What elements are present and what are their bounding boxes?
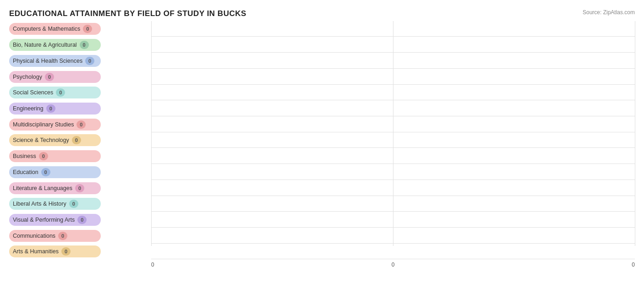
value-badge-4: 0 [56,88,65,97]
bar-row-6 [151,117,635,132]
label-text-10: Literature & Languages [13,185,72,191]
value-badge-5: 0 [46,104,55,113]
label-text-6: Multidisciplinary Studies [13,121,74,128]
bar-row-11 [151,196,635,212]
bar-row-12 [151,212,635,228]
label-row-11: Liberal Arts & History0 [9,196,151,212]
value-badge-14: 0 [61,247,71,256]
value-badge-12: 0 [77,216,87,224]
label-pill-0: Computers & Mathematics0 [9,23,101,35]
label-text-7: Science & Technology [13,137,69,143]
label-row-7: Science & Technology0 [9,132,151,148]
label-pill-7: Science & Technology0 [9,134,101,146]
label-pill-3: Psychology0 [9,71,101,83]
label-pill-9: Education0 [9,166,101,178]
label-pill-13: Communications0 [9,230,101,242]
label-row-12: Visual & Performing Arts0 [9,212,151,228]
label-text-1: Bio, Nature & Agricultural [13,42,77,48]
value-badge-8: 0 [39,152,48,160]
label-pill-8: Business0 [9,150,101,162]
label-text-14: Arts & Humanities [13,248,59,255]
label-pill-11: Liberal Arts & History0 [9,198,101,210]
label-pill-5: Engineering0 [9,103,101,115]
label-text-11: Liberal Arts & History [13,201,66,207]
value-badge-9: 0 [41,168,50,176]
x-label-mid: 0 [312,262,474,268]
bar-row-10 [151,180,635,196]
label-row-5: Engineering0 [9,101,151,116]
bar-row-1 [151,37,635,53]
x-axis: 0 0 0 [151,260,635,268]
label-text-8: Business [13,153,36,159]
label-text-0: Computers & Mathematics [13,26,80,32]
bar-row-3 [151,69,635,85]
label-text-12: Visual & Performing Arts [13,217,75,223]
label-row-8: Business0 [9,148,151,164]
bar-row-9 [151,164,635,180]
label-row-9: Education0 [9,164,151,180]
h-rule-14 [151,259,635,259]
value-badge-3: 0 [45,73,54,81]
label-text-4: Social Sciences [13,89,53,96]
bar-row-13 [151,228,635,244]
value-badge-10: 0 [75,184,84,192]
bar-row-7 [151,132,635,148]
bar-row-5 [151,101,635,116]
bar-row-4 [151,85,635,100]
label-pill-2: Physical & Health Sciences0 [9,55,101,67]
label-row-13: Communications0 [9,228,151,244]
y-axis: Computers & Mathematics0Bio, Nature & Ag… [9,21,151,260]
value-badge-6: 0 [76,120,86,129]
label-pill-12: Visual & Performing Arts0 [9,214,101,226]
value-badge-13: 0 [58,232,67,240]
label-row-2: Physical & Health Sciences0 [9,53,151,69]
label-text-5: Engineering [13,105,44,112]
label-pill-14: Arts & Humanities0 [9,245,101,257]
bar-row-0 [151,21,635,37]
label-text-9: Education [13,169,38,175]
source-label: Source: ZipAtlas.com [583,9,635,16]
value-badge-11: 0 [69,200,78,208]
label-pill-6: Multidisciplinary Studies0 [9,119,101,131]
label-text-13: Communications [13,233,55,239]
bar-row-2 [151,53,635,69]
label-row-14: Arts & Humanities0 [9,244,151,259]
label-row-10: Literature & Languages0 [9,180,151,196]
bar-row-8 [151,148,635,164]
label-text-3: Psychology [13,74,42,80]
label-row-4: Social Sciences0 [9,85,151,100]
label-text-2: Physical & Health Sciences [13,58,82,64]
label-row-0: Computers & Mathematics0 [9,21,151,37]
value-badge-1: 0 [80,41,89,49]
value-badge-0: 0 [83,25,92,33]
x-label-right: 0 [474,262,635,268]
label-row-6: Multidisciplinary Studies0 [9,117,151,132]
label-pill-10: Literature & Languages0 [9,182,101,194]
label-row-3: Psychology0 [9,69,151,85]
x-label-left: 0 [151,262,312,268]
chart-title: EDUCATIONAL ATTAINMENT BY FIELD OF STUDY… [9,9,635,18]
label-pill-4: Social Sciences0 [9,87,101,98]
chart-area: Computers & Mathematics0Bio, Nature & Ag… [9,21,635,260]
bar-section [151,21,635,260]
chart-container: EDUCATIONAL ATTAINMENT BY FIELD OF STUDY… [0,0,644,289]
value-badge-7: 0 [72,136,81,144]
value-badge-2: 0 [85,57,94,65]
label-row-1: Bio, Nature & Agricultural0 [9,37,151,53]
label-pill-1: Bio, Nature & Agricultural0 [9,39,101,51]
bar-row-14 [151,244,635,259]
